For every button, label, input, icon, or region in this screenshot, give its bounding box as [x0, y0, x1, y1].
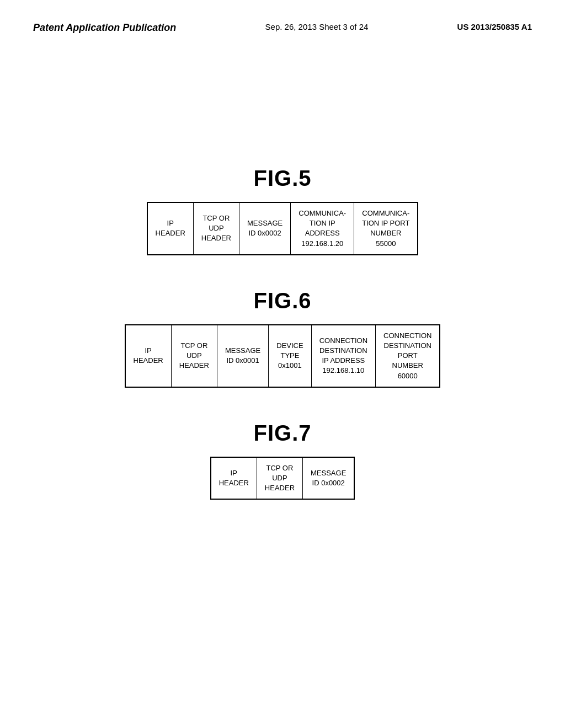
figure-5-section: FIG.5 IPHEADER TCP ORUDPHEADER MESSAGEID…	[33, 166, 532, 255]
fig6-col-ip-header: IPHEADER	[125, 325, 172, 387]
figure-5-title: FIG.5	[253, 166, 311, 191]
table-row: IPHEADER TCP ORUDPHEADER MESSAGEID 0x000…	[211, 457, 355, 500]
figure-7-table: IPHEADER TCP ORUDPHEADER MESSAGEID 0x000…	[210, 457, 355, 500]
figure-6-title: FIG.6	[253, 288, 311, 313]
fig6-col-tcp-udp: TCP ORUDPHEADER	[171, 325, 217, 387]
table-row: IPHEADER TCP ORUDPHEADER MESSAGEID 0x000…	[125, 325, 440, 387]
fig5-col-ip-header: IPHEADER	[147, 202, 194, 255]
fig6-col-connection-dest-port: CONNECTIONDESTINATIONPORTNUMBER60000	[376, 325, 440, 387]
fig6-col-device-type: DEVICETYPE0x1001	[269, 325, 311, 387]
fig6-col-connection-dest-ip: CONNECTIONDESTINATIONIP ADDRESS192.168.1…	[311, 325, 375, 387]
fig7-col-tcp-udp: TCP ORUDPHEADER	[257, 457, 302, 500]
fig5-col-communica-port: COMMUNICA-TION IP PORTNUMBER55000	[354, 202, 418, 255]
publication-number: US 2013/250835 A1	[457, 22, 532, 31]
figure-7-title: FIG.7	[253, 421, 311, 446]
fig7-col-message-id: MESSAGEID 0x0002	[303, 457, 355, 500]
figure-6-section: FIG.6 IPHEADER TCP ORUDPHEADER MESSAGEID…	[33, 288, 532, 388]
page-header: Patent Application Publication Sep. 26, …	[33, 22, 532, 34]
fig5-col-message-id: MESSAGEID 0x0002	[239, 202, 290, 255]
publication-date-sheet: Sep. 26, 2013 Sheet 3 of 24	[265, 22, 369, 31]
page: Patent Application Publication Sep. 26, …	[0, 0, 565, 728]
table-row: IPHEADER TCP ORUDPHEADER MESSAGEID 0x000…	[147, 202, 418, 255]
figure-7-section: FIG.7 IPHEADER TCP ORUDPHEADER MESSAGEID…	[33, 421, 532, 500]
figure-5-table: IPHEADER TCP ORUDPHEADER MESSAGEID 0x000…	[147, 202, 419, 255]
fig7-col-ip-header: IPHEADER	[211, 457, 257, 500]
fig5-col-communica-ip: COMMUNICA-TION IPADDRESS192.168.1.20	[291, 202, 354, 255]
figure-6-table: IPHEADER TCP ORUDPHEADER MESSAGEID 0x000…	[125, 324, 441, 388]
publication-label: Patent Application Publication	[33, 22, 176, 34]
top-spacer	[33, 45, 532, 166]
fig5-col-tcp-udp: TCP ORUDPHEADER	[193, 202, 239, 255]
fig6-col-message-id: MESSAGEID 0x0001	[217, 325, 268, 387]
